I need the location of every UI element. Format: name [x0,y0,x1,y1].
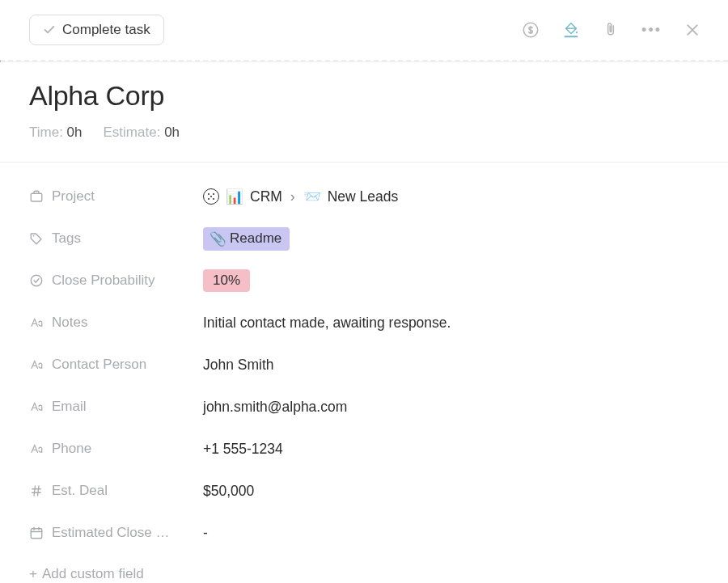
header-section: Alpha Corp Time: 0h Estimate: 0h [0,62,728,163]
close-prob-label-wrap: Close Probability [29,272,203,289]
leads-text: New Leads [328,188,399,205]
contact-label-wrap: Contact Person [29,357,203,373]
project-icon [29,189,44,204]
deal-value[interactable]: $50,000 [203,483,254,500]
svg-point-10 [210,196,212,197]
close-prob-label: Close Probability [52,272,155,289]
svg-point-7 [213,193,214,195]
add-field-label: Add custom field [42,566,144,582]
contact-label: Contact Person [52,357,146,373]
time-meta[interactable]: Time: 0h [29,125,83,141]
estimate-meta[interactable]: Estimate: 0h [104,125,180,141]
estimate-value: 0h [164,125,180,140]
field-email: Email john.smith@alpha.com [29,386,699,428]
tag-chip-emoji: 📎 [210,230,226,247]
close-date-value[interactable]: - [203,525,208,542]
leads-emoji: 📨 [303,188,321,205]
svg-point-8 [208,198,210,200]
tags-label: Tags [52,230,81,247]
close-icon[interactable] [684,22,700,38]
top-actions: ••• [522,21,700,39]
more-icon[interactable]: ••• [641,22,662,39]
svg-point-12 [31,275,42,286]
field-notes: Notes Initial contact made, awaiting res… [29,302,699,344]
email-value[interactable]: john.smith@alpha.com [203,399,347,416]
crm-emoji: 📊 [226,188,243,205]
phone-label-wrap: Phone [29,441,203,457]
project-label-wrap: Project [29,188,203,205]
svg-rect-5 [31,193,42,201]
deal-label-wrap: Est. Deal [29,483,203,499]
project-value[interactable]: 📊 CRM › 📨 New Leads [203,188,398,205]
text-icon [29,357,44,372]
svg-rect-17 [31,529,42,539]
text-icon [29,399,44,414]
tags-label-wrap: Tags [29,230,203,247]
notes-value[interactable]: Initial contact made, awaiting response. [203,315,451,332]
tag-icon [29,231,44,246]
email-label: Email [52,399,87,415]
tag-chip-readme[interactable]: 📎 Readme [203,227,290,251]
deal-label: Est. Deal [52,483,108,499]
svg-line-15 [34,486,36,496]
time-value: 0h [67,125,83,140]
field-phone: Phone +1 555-1234 [29,428,699,470]
paint-bucket-icon[interactable] [562,21,580,39]
topbar: Complete task ••• [0,0,728,60]
tag-chip-text: Readme [230,230,281,247]
svg-point-6 [208,193,210,195]
attachment-icon[interactable] [603,21,619,39]
text-icon [29,441,44,456]
crm-text: CRM [250,188,282,205]
email-label-wrap: Email [29,399,203,415]
project-badge-icon [203,188,219,205]
meta-row: Time: 0h Estimate: 0h [29,125,699,141]
hash-icon [29,484,44,498]
probability-icon [29,273,44,288]
tags-value[interactable]: 📎 Readme [203,227,290,251]
notes-label-wrap: Notes [29,315,203,331]
phone-value[interactable]: +1 555-1234 [203,441,283,458]
estimate-label: Estimate: [104,125,161,140]
field-contact-person: Contact Person John Smith [29,344,699,386]
close-prob-value[interactable]: 10% [203,269,250,292]
field-est-deal: Est. Deal $50,000 [29,470,699,512]
project-label: Project [52,188,95,205]
svg-point-11 [33,235,35,237]
calendar-icon [29,526,44,540]
svg-line-16 [38,486,40,496]
check-icon [43,23,56,36]
close-prob-chip: 10% [203,269,250,292]
field-estimated-close: Estimated Close … - [29,512,699,554]
fields-section: Project 📊 CRM › 📨 New Leads Tags 📎 Readm… [0,163,728,583]
svg-point-1 [576,32,578,33]
page-title[interactable]: Alpha Corp [29,80,699,112]
complete-task-label: Complete task [62,22,150,38]
text-icon [29,315,44,330]
complete-task-button[interactable]: Complete task [29,15,164,45]
svg-point-9 [213,198,214,200]
close-date-label-wrap: Estimated Close … [29,525,203,541]
notes-label: Notes [52,315,87,331]
contact-value[interactable]: John Smith [203,357,274,374]
field-project: Project 📊 CRM › 📨 New Leads [29,175,699,218]
currency-icon[interactable] [522,21,540,39]
close-date-label: Estimated Close … [52,525,170,541]
add-custom-field-button[interactable]: + Add custom field [29,554,699,583]
phone-label: Phone [52,441,91,457]
breadcrumb-separator: › [290,188,295,205]
field-close-probability: Close Probability 10% [29,260,699,302]
time-label: Time: [29,125,63,140]
add-plus: + [29,566,37,582]
field-tags: Tags 📎 Readme [29,218,699,260]
